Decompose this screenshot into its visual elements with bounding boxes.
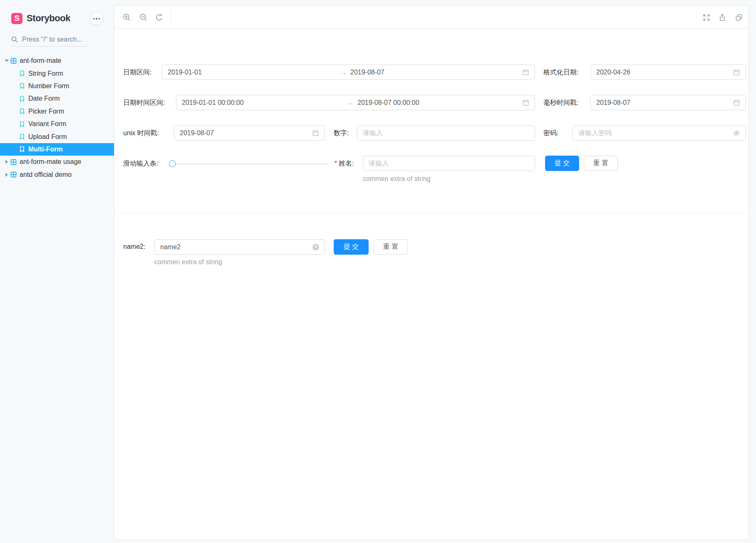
tree-story-variant-form[interactable]: Variant Form: [0, 118, 114, 130]
story-tree: ant-form-mate String Form Number Form Da…: [0, 55, 114, 181]
tree-item-label: ant-form-mate: [20, 57, 61, 64]
ellipsis-icon: [93, 18, 95, 20]
zoom-in-button[interactable]: [122, 13, 131, 22]
tree-component-ant-form-mate[interactable]: ant-form-mate: [0, 55, 114, 67]
storybook-logo-icon: S: [11, 13, 22, 24]
copy-link-icon: [735, 13, 743, 22]
fullscreen-button[interactable]: [702, 13, 711, 22]
share-button[interactable]: [718, 13, 727, 22]
ms-timestamp-label: 毫秒时间戳:: [543, 99, 578, 107]
clear-icon[interactable]: ✕: [312, 244, 319, 250]
submit-button-2[interactable]: 提 交: [334, 239, 369, 255]
reset-button[interactable]: 重 置: [584, 156, 618, 171]
name2-label: name2:: [123, 243, 145, 250]
calendar-icon[interactable]: [733, 69, 740, 76]
section-divider: [114, 213, 749, 213]
sidebar: S Storybook Press "/" to search... ant-f…: [0, 0, 114, 543]
brand-title: Storybook: [27, 13, 70, 24]
tree-item-label: Multi-Form: [28, 146, 63, 153]
bookmark-icon: [20, 70, 25, 77]
brand[interactable]: S Storybook: [11, 12, 103, 25]
slider-handle[interactable]: [169, 160, 176, 167]
password-label: 密码:: [543, 129, 558, 138]
name-input[interactable]: [369, 160, 529, 167]
reset-button-2[interactable]: 重 置: [374, 239, 408, 255]
preview-card: 日期区间: 2019-01-01 → 2019-08-07 格式化日期: 202…: [114, 5, 749, 540]
copy-link-button[interactable]: [734, 13, 744, 22]
name2-input-wrap: ✕: [154, 239, 325, 255]
zoom-in-icon: [123, 13, 131, 22]
range-start-value[interactable]: 2019-01-01: [168, 69, 336, 76]
tree-component-ant-form-mate-usage[interactable]: ant-form-mate usage: [0, 156, 114, 168]
name-input-wrap: [363, 156, 535, 171]
range-end-value[interactable]: 2019-08-07 00:00:00: [357, 99, 519, 107]
zoom-out-button[interactable]: [139, 13, 148, 22]
number-label: 数字:: [334, 129, 349, 138]
number-input[interactable]: [363, 129, 529, 137]
component-grid-icon: [10, 171, 17, 178]
name2-extra-text: commen extra of string: [154, 258, 222, 266]
sidebar-menu-button[interactable]: [90, 12, 103, 25]
toolbar-divider: [171, 11, 171, 24]
date-value[interactable]: 2019-08-07: [180, 129, 309, 137]
bookmark-icon: [20, 96, 25, 102]
unix-timestamp-label: unix 时间戳:: [123, 129, 159, 138]
datetime-range-picker[interactable]: 2019-01-01 00:00:00 → 2019-08-07 00:00:0…: [176, 95, 535, 110]
range-arrow-icon: →: [336, 68, 350, 77]
number-input-wrap: [357, 125, 535, 141]
tree-story-date-form[interactable]: Date Form: [0, 92, 114, 105]
search-input[interactable]: Press "/" to search...: [11, 36, 89, 47]
share-icon: [718, 13, 726, 22]
bookmark-icon: [20, 134, 25, 140]
tree-item-label: Picker Form: [28, 108, 64, 115]
chevron-right-icon: [4, 173, 9, 177]
tree-component-antd-official-demo[interactable]: antd official demo: [0, 169, 114, 181]
tree-story-string-form[interactable]: String Form: [0, 67, 114, 79]
bookmark-icon: [20, 83, 25, 89]
chevron-right-icon: [4, 160, 9, 164]
date-value[interactable]: 2019-08-07: [596, 99, 730, 107]
tree-story-number-form[interactable]: Number Form: [0, 80, 114, 92]
eye-invisible-icon[interactable]: [733, 129, 740, 137]
tree-item-label: Number Form: [28, 82, 69, 90]
date-range-label: 日期区间:: [123, 68, 151, 77]
range-end-value[interactable]: 2019-08-07: [350, 69, 519, 76]
submit-button[interactable]: 提 交: [545, 156, 579, 171]
date-range-picker[interactable]: 2019-01-01 → 2019-08-07: [162, 64, 535, 80]
reset-zoom-button[interactable]: [155, 13, 164, 22]
calendar-icon[interactable]: [312, 129, 319, 136]
password-input[interactable]: [578, 129, 729, 137]
tree-story-upload-form[interactable]: Upload Form: [0, 130, 114, 143]
tree-item-label: Variant Form: [28, 120, 66, 128]
required-asterisk: *: [335, 160, 337, 167]
slider-rail[interactable]: [169, 163, 328, 165]
date-value[interactable]: 2020-04-26: [596, 69, 730, 76]
reset-zoom-icon: [155, 13, 164, 22]
ms-timestamp-picker[interactable]: 2019-08-07: [590, 95, 746, 110]
range-start-value[interactable]: 2019-01-01 00:00:00: [182, 99, 343, 107]
unix-timestamp-picker[interactable]: 2019-08-07: [174, 125, 325, 141]
fullscreen-icon: [702, 13, 711, 22]
preview-toolbar: [114, 6, 749, 29]
formatted-date-picker[interactable]: 2020-04-26: [590, 64, 746, 80]
password-input-wrap: [573, 125, 746, 141]
calendar-icon[interactable]: [733, 99, 740, 106]
slider-label: 滑动输入条:: [123, 159, 158, 168]
formatted-date-label: 格式化日期:: [543, 68, 578, 77]
calendar-icon[interactable]: [522, 69, 529, 76]
component-grid-icon: [10, 159, 17, 165]
range-arrow-icon: →: [343, 99, 357, 107]
tree-item-label: String Form: [28, 70, 63, 77]
bookmark-icon: [20, 146, 25, 152]
name2-input[interactable]: [160, 243, 309, 251]
datetime-range-label: 日期时间区间:: [123, 99, 165, 107]
chevron-down-icon: [4, 60, 9, 62]
slider-input[interactable]: [169, 160, 328, 168]
component-grid-icon: [10, 58, 17, 64]
calendar-icon[interactable]: [522, 99, 529, 106]
tree-story-multi-form-selected[interactable]: Multi-Form: [0, 143, 114, 156]
search-icon: [11, 36, 18, 43]
tree-story-picker-form[interactable]: Picker Form: [0, 105, 114, 118]
name-label: *姓名:: [335, 159, 354, 168]
search-placeholder: Press "/" to search...: [22, 36, 82, 43]
